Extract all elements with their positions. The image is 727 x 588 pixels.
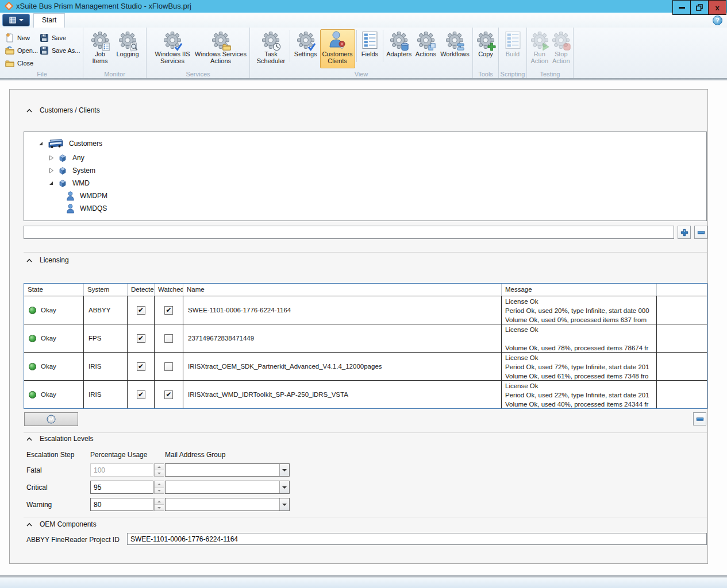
tree-item-any[interactable]: Any [24,152,706,164]
tree-item-wmdqs[interactable]: WMDQS [24,202,706,215]
warning-usage-input[interactable] [90,498,153,511]
ribbon: New Open... Close Save Save As... File [0,28,727,78]
watched-checkbox[interactable] [164,334,173,343]
close-project-button[interactable]: Close [3,57,40,69]
help-icon[interactable]: ? [713,16,722,25]
restore-button[interactable] [690,0,709,15]
customers-clients-button[interactable]: Customers Clients [320,29,355,68]
workflows-button[interactable]: Workflows [438,29,471,68]
fields-icon [360,31,379,51]
spinner-up-icon[interactable] [155,481,164,487]
logging-icon [118,31,137,51]
license-row-fps[interactable]: Okay FPS ✔ 237149672838471449 License Ok… [24,324,707,352]
escalation-levels-section-header[interactable]: Escalation Levels [26,435,93,443]
expander-collapsed-icon[interactable] [48,155,54,161]
chevron-down-icon[interactable] [279,464,289,476]
copy-icon [476,31,495,51]
critical-usage-input[interactable] [90,481,153,494]
column-header-system[interactable]: System [84,284,128,296]
license-row-abbyy[interactable]: Okay ABBYY ✔ ✔ SWEE-1101-0006-1776-6224-… [24,296,707,324]
fatal-usage-spinner[interactable] [154,463,164,477]
system-cell: ABBYY [84,296,128,324]
column-header-message[interactable]: Message [502,284,657,296]
task-scheduler-button[interactable]: Task Scheduler [253,29,289,68]
spinner-down-icon[interactable] [155,504,164,510]
watched-checkbox[interactable]: ✔ [164,306,173,315]
actions-button[interactable]: Actions [413,29,438,68]
detected-checkbox[interactable]: ✔ [137,390,145,399]
license-row-iris-oem[interactable]: Okay IRIS ✔ IRISXtract_OEM_SDK_Partnerki… [24,352,707,380]
collapse-chevron-icon [26,437,32,441]
license-name-cell: IRISXtract_OEM_SDK_Partnerkit_Advanced_V… [183,353,502,380]
settings-button[interactable]: Settings [291,29,320,68]
critical-usage-spinner[interactable] [154,481,164,494]
remove-license-button[interactable] [693,412,706,425]
detected-checkbox[interactable]: ✔ [137,334,145,343]
run-action-icon [530,31,549,51]
message-cell: License Ok Period Ok, used 22%, type Inf… [502,381,657,408]
column-header-detected[interactable]: Detected [128,284,155,296]
license-row-iris-wmd[interactable]: Okay IRIS ✔ ✔ IRISXtract_WMD_IDRToolkit_… [24,380,707,408]
license-name-cell: IRISXtract_WMD_IDRToolkit_SP-AP-250_iDRS… [183,381,502,408]
logging-button[interactable]: Logging [112,29,143,68]
watched-checkbox[interactable] [164,362,173,371]
fields-button[interactable]: Fields [357,29,382,68]
adapters-button[interactable]: Adapters [384,29,413,68]
minimize-button[interactable] [672,0,691,15]
restore-icon [696,4,703,11]
adapters-icon [389,31,409,51]
chevron-down-icon[interactable] [279,498,289,510]
new-button[interactable]: New [3,32,40,44]
expander-expanded-icon[interactable] [38,141,44,146]
detected-checkbox[interactable]: ✔ [137,362,145,371]
licensing-section-header[interactable]: Licensing [26,256,69,264]
abbyy-project-id-input[interactable] [127,533,707,545]
license-sphere-button[interactable] [24,412,78,426]
open-button[interactable]: Open... [3,44,40,56]
expander-expanded-icon[interactable] [48,180,54,186]
copy-button[interactable]: Copy [474,29,497,68]
group-label-testing: Testing [527,71,573,78]
run-action-button: Run Action [529,29,551,68]
tab-start[interactable]: Start [33,13,65,28]
column-header-name[interactable]: Name [183,284,502,296]
spinner-up-icon[interactable] [155,464,164,470]
windows-services-actions-button[interactable]: Windows Services Actions [194,29,248,68]
fatal-mail-group-select[interactable] [165,463,290,477]
tree-item-wmd[interactable]: WMD [24,177,706,189]
tree-item-wmdpm[interactable]: WMDPM [24,189,706,202]
new-customer-input[interactable] [24,226,674,239]
extra-cell [657,353,707,380]
window-controls: x [673,0,726,15]
oem-components-section-header[interactable]: OEM Components [26,520,97,528]
close-button[interactable]: x [708,0,726,15]
chevron-down-icon[interactable] [279,481,289,493]
add-customer-button[interactable] [678,226,691,239]
remove-customer-button[interactable] [694,226,707,239]
expander-collapsed-icon[interactable] [48,168,54,173]
spinner-down-icon[interactable] [155,487,164,493]
application-menu-button[interactable] [2,14,30,26]
warning-mail-group-select[interactable] [165,498,290,511]
customers-clients-section-header[interactable]: Customers / Clients [26,106,100,114]
chevron-down-icon [19,19,24,21]
detected-checkbox[interactable]: ✔ [137,306,145,315]
watched-checkbox[interactable]: ✔ [164,390,173,399]
spinner-up-icon[interactable] [155,498,164,504]
save-button[interactable]: Save [38,32,82,44]
spinner-down-icon[interactable] [155,470,164,476]
escalation-step-warning-label: Warning [26,501,52,509]
ribbon-group-services: Windows IIS Services Windows Services Ac… [147,28,250,78]
windows-iis-services-button[interactable]: Windows IIS Services [151,29,194,68]
column-header-state[interactable]: State [24,284,84,296]
save-as-button[interactable]: Save As... [38,44,82,56]
tree-item-customers[interactable]: Customers [24,136,706,152]
warning-usage-spinner[interactable] [154,498,164,511]
collapse-chevron-icon [26,109,32,113]
column-header-watched[interactable]: Watched [155,284,183,296]
extra-cell [657,381,707,408]
tree-item-system[interactable]: System [24,164,706,177]
job-items-button[interactable]: Job Items [88,29,112,68]
application-window: xSuite Bus Prism Management Studio - xFl… [0,0,727,588]
critical-mail-group-select[interactable] [165,481,290,494]
